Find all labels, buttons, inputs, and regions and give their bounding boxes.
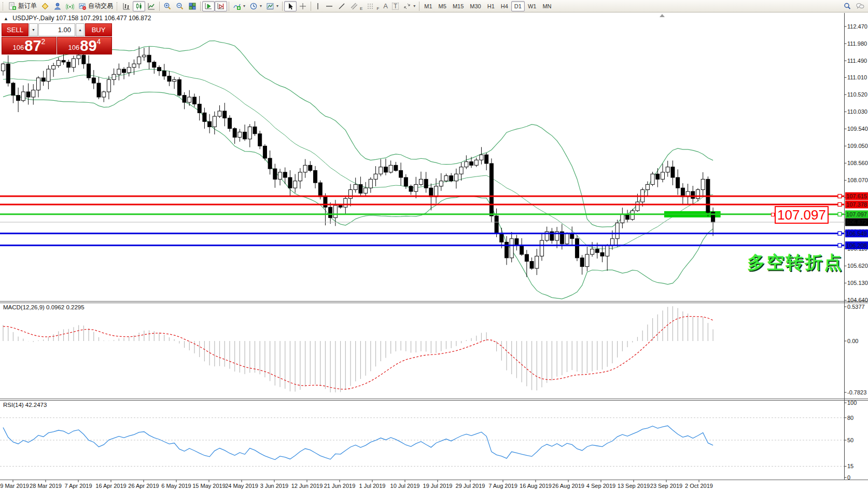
indicators-button[interactable]: ▾ (231, 1, 247, 11)
timeframe-m15-button[interactable]: M15 (450, 1, 467, 11)
level-handle[interactable] (838, 212, 842, 216)
macd-pane (3, 306, 713, 392)
timeframe-w1-button[interactable]: W1 (525, 1, 540, 11)
periods-dropdown-caret: ▾ (260, 4, 262, 8)
price-chart[interactable]: 112.470111.980111.490111.010110.520110.0… (0, 0, 868, 491)
horizontal-levels[interactable] (0, 194, 845, 247)
zoom-out-button[interactable] (174, 1, 186, 11)
callout-anchor-handle[interactable] (771, 213, 775, 216)
auto-scroll-button[interactable] (202, 1, 215, 11)
bar-chart-icon (122, 2, 131, 10)
new-order-icon (8, 2, 17, 10)
date-axis-label: 10 Jul 2019 (390, 483, 420, 489)
template-icon (266, 2, 274, 10)
trendline-button[interactable] (335, 1, 348, 11)
crosshair-button[interactable] (297, 1, 309, 11)
horizontal-line-button[interactable] (323, 1, 335, 11)
periods-button[interactable]: ▾ (247, 1, 264, 11)
macd-axis-tick: 0.00 (847, 338, 858, 344)
price-axis-tick: 105.130 (847, 280, 868, 286)
price-axis[interactable]: 112.470111.980111.490111.010110.520110.0… (845, 23, 868, 303)
buy-price-display[interactable]: 106 89 4 (57, 37, 112, 54)
price-axis-tick: 111.980 (847, 40, 867, 47)
autotrading-button[interactable]: 自动交易 (76, 1, 115, 11)
chart-shift-button[interactable] (215, 1, 227, 11)
sell-price-pips: 87 (24, 39, 41, 52)
shift-marker-layer[interactable] (660, 14, 665, 17)
tile-windows-button[interactable] (186, 1, 199, 11)
date-axis-label: 6 May 2019 (161, 483, 191, 489)
macd-axis: 0.53770.00-0.7823 (845, 304, 867, 395)
rsi-axis-tick: 80 (847, 415, 853, 421)
market-watch-button[interactable] (51, 1, 64, 11)
timeframe-m5-button[interactable]: M5 (436, 1, 450, 11)
cursor-button[interactable] (284, 1, 297, 11)
timeframe-d1-button[interactable]: D1 (511, 1, 525, 11)
level-handle[interactable] (838, 231, 842, 235)
bar-chart-button[interactable] (120, 1, 133, 11)
toolbar-separator (419, 2, 419, 11)
timeframe-h1-button[interactable]: H1 (484, 1, 498, 11)
date-axis-label: 23 Sep 2019 (650, 483, 682, 489)
sell-button[interactable]: SELL (2, 23, 29, 36)
timeframe-m1-button[interactable]: M1 (421, 1, 435, 11)
vertical-line-button[interactable] (313, 1, 323, 11)
price-axis-tick: 111.490 (847, 58, 867, 64)
rsi-axis-tick: 0 (847, 474, 850, 481)
level-handle[interactable] (838, 243, 842, 247)
macd-indicator-label: MACD(12,26,9) 0.0962 0.2295 (3, 304, 85, 310)
charts-button[interactable] (39, 1, 51, 11)
level-handle[interactable] (838, 194, 842, 198)
signals-button[interactable] (64, 1, 76, 11)
shapes-button[interactable]: ▾ (401, 1, 417, 11)
level-badge-107.378-text: 107.378 (846, 201, 867, 208)
chat-button[interactable] (853, 1, 867, 11)
buy-button[interactable]: BUY (85, 23, 112, 36)
date-axis-label: 28 Mar 2019 (30, 483, 62, 489)
date-axis-label: 26 Apr 2019 (128, 483, 159, 489)
fibonacci-button[interactable]: F (365, 1, 381, 11)
symbol-period-label: USDJPY-,Daily (12, 15, 54, 22)
date-axis-label: 7 Apr 2019 (64, 483, 92, 489)
sell-price-display[interactable]: 106 87 2 (2, 37, 57, 54)
channel-letter: E (360, 7, 362, 11)
template-button[interactable]: ▾ (264, 1, 281, 11)
volume-decrease-button[interactable]: ▼ (29, 23, 38, 36)
chat-icon (856, 2, 865, 10)
date-axis-label: 29 Jul 2019 (456, 483, 485, 489)
rsi-axis-tick: 50 (847, 437, 853, 443)
timeframe-m30-button[interactable]: M30 (467, 1, 484, 11)
line-chart-button[interactable] (145, 1, 158, 11)
level-handle[interactable] (838, 202, 842, 206)
turning-point-annotation[interactable]: 多空转折点 (747, 251, 843, 275)
new-order-label: 新订单 (18, 2, 37, 10)
one-click-trade-panel: SELL ▼ 1.00 ▲ BUY 106 87 2 106 89 4 (2, 23, 112, 54)
price-axis-tick: 112.470 (847, 23, 867, 30)
date-axis-label: 16 Aug 2019 (520, 483, 552, 489)
chart-shift-marker[interactable] (660, 14, 665, 17)
price-callout-text: 107.097 (777, 207, 826, 223)
toolbar-separator (229, 2, 229, 11)
price-callout-box[interactable]: 107.097 (775, 206, 829, 224)
volume-increase-button[interactable]: ▲ (76, 23, 85, 36)
text-tool-button[interactable]: A (381, 1, 390, 11)
equidistant-channel-button[interactable]: E (348, 1, 365, 11)
date-axis-label: 15 May 2019 (192, 483, 226, 489)
volume-input[interactable]: 1.00 (38, 23, 75, 36)
date-axis[interactable]: 19 Mar 201928 Mar 20197 Apr 201916 Apr 2… (0, 480, 713, 489)
label-tool-button[interactable]: T (390, 1, 401, 11)
shapes-dropdown-caret: ▾ (413, 4, 415, 8)
sell-price-point: 2 (41, 35, 46, 48)
new-order-button[interactable]: 新订单 (6, 1, 39, 11)
zoom-in-button[interactable] (161, 1, 174, 11)
timeframe-mn-button[interactable]: MN (539, 1, 554, 11)
candlestick-chart-button[interactable] (133, 1, 145, 11)
date-axis-label: 26 Aug 2019 (552, 483, 584, 489)
collapse-trade-panel-icon[interactable]: ▲ (4, 16, 8, 21)
line-chart-icon (147, 2, 156, 10)
autotrading-icon (78, 2, 87, 10)
search-button[interactable] (841, 1, 853, 11)
date-axis-label: 19 Mar 2019 (0, 483, 29, 489)
timeframe-h4-button[interactable]: H4 (498, 1, 511, 11)
toolbar-separator (200, 2, 201, 11)
